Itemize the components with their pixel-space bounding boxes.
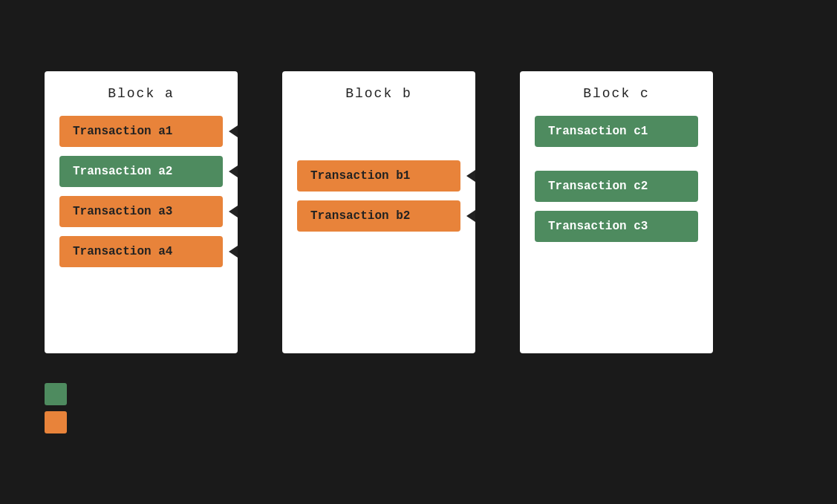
legend xyxy=(45,383,67,433)
transaction-b2: Transaction b2 xyxy=(297,200,460,232)
block-a: Block a Transaction a1 Transaction a2 Tr… xyxy=(45,71,238,353)
block-b: Block b Transaction b1 Transaction b2 xyxy=(282,71,475,353)
transaction-c3: Transaction c3 xyxy=(535,211,698,242)
transaction-a1: Transaction a1 xyxy=(59,116,223,147)
blocks-row: Block a Transaction a1 Transaction a2 Tr… xyxy=(45,71,713,353)
block-b-transactions: Transaction b1 Transaction b2 xyxy=(297,160,460,232)
transaction-a2: Transaction a2 xyxy=(59,156,223,187)
transaction-a4: Transaction a4 xyxy=(59,236,223,267)
legend-orange-box xyxy=(45,411,67,433)
legend-item-green xyxy=(45,383,67,405)
transaction-b1: Transaction b1 xyxy=(297,160,460,192)
block-c: Block c Transaction c1 Transaction c2 Tr… xyxy=(520,71,713,353)
transaction-c2: Transaction c2 xyxy=(535,171,698,202)
legend-green-box xyxy=(45,383,67,405)
diagram-area: Block a Transaction a1 Transaction a2 Tr… xyxy=(0,56,837,448)
block-c-transactions: Transaction c1 Transaction c2 Transactio… xyxy=(535,116,698,242)
transaction-a3: Transaction a3 xyxy=(59,196,223,227)
transaction-c1: Transaction c1 xyxy=(535,116,698,147)
block-b-title: Block b xyxy=(345,86,412,101)
block-a-transactions: Transaction a1 Transaction a2 Transactio… xyxy=(59,116,223,267)
block-c-title: Block c xyxy=(583,86,650,101)
block-a-title: Block a xyxy=(108,86,175,101)
legend-item-orange xyxy=(45,411,67,433)
